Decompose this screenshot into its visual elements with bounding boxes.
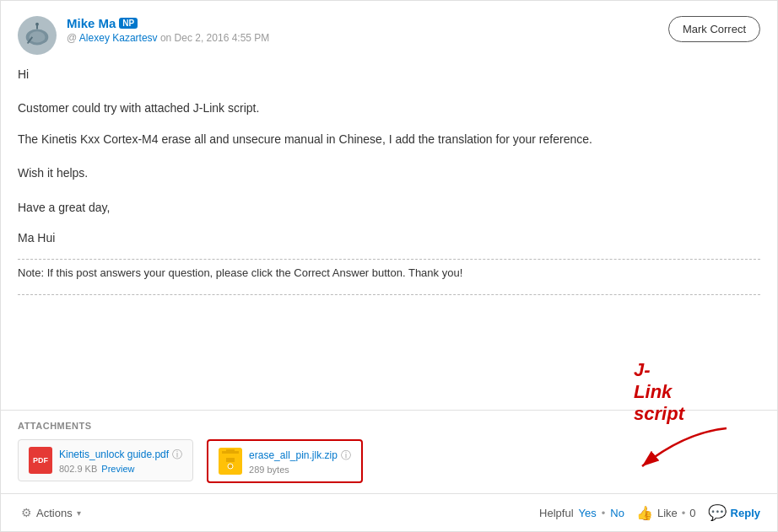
attachment-item-pdf[interactable]: PDF Kinetis_unlock guide.pdf ⓘ 802.9 KB … [18, 439, 193, 481]
divider-bottom [18, 294, 760, 295]
body-line1: Customer could try with attached J-Link … [18, 99, 760, 117]
greeting-text: Hi [18, 65, 760, 83]
helpful-label: Helpful [539, 507, 573, 519]
post-footer: ⚙ Actions ▾ Helpful Yes • No 👍 Like • 0 [1, 493, 777, 531]
annotation-arrow [634, 424, 735, 475]
attachment-pdf-name: Kinetis_unlock guide.pdf ⓘ [59, 448, 182, 462]
closing1: Have a great day, [18, 198, 760, 217]
attachment-pdf-size: 802.9 KB Preview [59, 464, 182, 474]
author-name-row: Mike Ma NP [67, 16, 269, 30]
avatar [18, 16, 57, 55]
signature: Have a great day, Ma Hui [18, 198, 760, 248]
like-section: 👍 Like • 0 [636, 505, 696, 521]
reply-icon: 💬 [708, 503, 727, 522]
post-container: Mike Ma NP @ Alexey Kazartesv on Dec 2, … [0, 0, 778, 532]
attachment-zip-size: 289 bytes [249, 465, 351, 475]
annotation-label: J-Link script [634, 359, 684, 425]
actions-button[interactable]: ⚙ Actions ▾ [18, 502, 84, 523]
helpful-no-link[interactable]: No [610, 507, 624, 519]
actions-label: Actions [36, 507, 73, 519]
attachment-item-zip[interactable]: erase_all_pin.jlk.zip ⓘ 289 bytes [207, 439, 363, 483]
svg-point-10 [228, 464, 233, 469]
author-info: Mike Ma NP @ Alexey Kazartesv on Dec 2, … [18, 16, 269, 55]
note-text: Note: If this post answers your question… [18, 265, 760, 282]
np-badge: NP [119, 18, 138, 29]
body-line2: The Kinetis Kxx Cortex-M4 erase all and … [18, 130, 760, 148]
footer-right: Helpful Yes • No 👍 Like • 0 💬 Reply [539, 503, 760, 522]
helpful-yes-link[interactable]: Yes [579, 507, 597, 519]
author-name-link[interactable]: Mike Ma [67, 16, 116, 30]
attachment-zip-details: erase_all_pin.jlk.zip ⓘ 289 bytes [249, 449, 351, 475]
preview-link[interactable]: Preview [101, 464, 134, 474]
zip-info-icon: ⓘ [341, 449, 351, 463]
author-details: Mike Ma NP @ Alexey Kazartesv on Dec 2, … [67, 16, 269, 44]
chevron-down-icon: ▾ [77, 508, 81, 518]
like-label: Like [657, 507, 678, 519]
reply-section[interactable]: 💬 Reply [708, 503, 760, 522]
wish-text: Wish it helps. [18, 164, 760, 182]
divider-top [18, 259, 760, 260]
attachment-zip-name: erase_all_pin.jlk.zip ⓘ [249, 449, 351, 463]
svg-point-3 [35, 23, 39, 26]
reply-label: Reply [731, 507, 760, 519]
svg-rect-7 [226, 454, 235, 458]
author-meta: @ Alexey Kazartesv on Dec 2, 2016 4:55 P… [67, 32, 269, 44]
post-body: Hi Customer could try with attached J-Li… [1, 65, 777, 410]
like-count: 0 [689, 507, 695, 519]
svg-rect-8 [226, 458, 235, 462]
body-lines: Customer could try with attached J-Link … [18, 99, 760, 148]
attachments-list: PDF Kinetis_unlock guide.pdf ⓘ 802.9 KB … [18, 439, 760, 483]
helpful-bullet: • [602, 507, 606, 519]
thumbs-up-icon: 👍 [636, 505, 653, 521]
zip-icon [219, 448, 242, 475]
pdf-info-icon: ⓘ [172, 448, 182, 462]
post-header: Mike Ma NP @ Alexey Kazartesv on Dec 2, … [1, 1, 777, 65]
mark-correct-button[interactable]: Mark Correct [668, 16, 760, 42]
svg-rect-6 [226, 449, 235, 454]
attachments-section: ATTACHMENTS PDF Kinetis_unlock guide.pdf… [1, 410, 777, 493]
meta-prefix: @ [67, 32, 77, 44]
meta-date: on Dec 2, 2016 4:55 PM [160, 32, 269, 44]
meta-name-link[interactable]: Alexey Kazartesv [79, 32, 158, 44]
attachment-pdf-details: Kinetis_unlock guide.pdf ⓘ 802.9 KB Prev… [59, 448, 182, 474]
gear-icon: ⚙ [21, 506, 32, 519]
footer-left: ⚙ Actions ▾ [18, 502, 84, 523]
helpful-section: Helpful Yes • No [539, 507, 624, 519]
like-bullet: • [682, 507, 686, 519]
closing2: Ma Hui [18, 228, 760, 247]
pdf-icon: PDF [29, 447, 52, 474]
